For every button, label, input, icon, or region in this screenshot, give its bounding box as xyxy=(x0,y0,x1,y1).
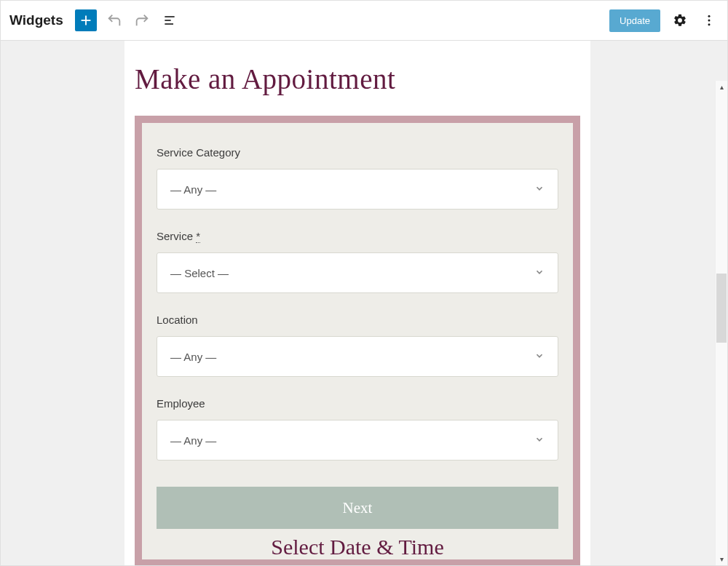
more-options-button[interactable] xyxy=(700,11,719,30)
employee-field: Employee — Any — xyxy=(157,397,558,461)
scroll-up-arrow[interactable]: ▴ xyxy=(716,81,727,93)
service-category-select[interactable]: — Any — xyxy=(157,169,558,210)
location-field: Location — Any — xyxy=(157,314,558,377)
redo-button[interactable] xyxy=(132,10,152,31)
service-category-label: Service Category xyxy=(157,146,558,159)
chevron-down-icon xyxy=(534,351,545,363)
undo-icon xyxy=(106,12,122,28)
service-field: Service * — Select — xyxy=(157,230,558,293)
svg-point-6 xyxy=(708,20,711,22)
location-value: — Any — xyxy=(170,351,216,363)
svg-point-7 xyxy=(708,23,711,25)
employee-value: — Any — xyxy=(170,434,216,447)
required-mark: * xyxy=(196,230,200,243)
chevron-down-icon xyxy=(534,183,545,196)
location-select[interactable]: — Any — xyxy=(157,336,558,377)
appointment-heading: Make an Appointment xyxy=(135,63,590,95)
page-title: Widgets xyxy=(9,12,63,28)
list-view-icon xyxy=(162,13,177,28)
chevron-down-icon xyxy=(534,267,545,279)
service-value: — Select — xyxy=(170,267,229,279)
toolbar-right: Update xyxy=(609,9,719,32)
list-view-button[interactable] xyxy=(159,10,180,31)
chevron-down-icon xyxy=(534,434,545,447)
service-select[interactable]: — Select — xyxy=(157,252,558,293)
location-label: Location xyxy=(157,314,558,326)
toolbar-left: Widgets xyxy=(9,9,180,31)
update-button[interactable]: Update xyxy=(609,9,660,32)
employee-select[interactable]: — Any — xyxy=(157,420,558,461)
editor-toolbar: Widgets Update xyxy=(1,1,727,41)
svg-point-5 xyxy=(708,15,711,17)
add-block-button[interactable] xyxy=(75,9,97,31)
undo-button[interactable] xyxy=(104,10,124,31)
more-vertical-icon xyxy=(702,13,716,28)
widget-block: Make an Appointment Service Category — A… xyxy=(124,41,590,565)
settings-button[interactable] xyxy=(670,11,689,30)
redo-icon xyxy=(134,12,150,28)
editor-canvas: Make an Appointment Service Category — A… xyxy=(1,41,727,565)
step2-heading: Select Date & Time xyxy=(157,529,558,559)
service-category-field: Service Category — Any — xyxy=(157,146,558,210)
plus-icon xyxy=(78,12,94,28)
scroll-thumb[interactable] xyxy=(716,274,727,343)
gear-icon xyxy=(673,13,687,28)
scroll-down-arrow[interactable]: ▾ xyxy=(716,553,727,565)
employee-label: Employee xyxy=(157,397,558,410)
service-category-value: — Any — xyxy=(170,183,216,196)
form-frame: Service Category — Any — Service * — Sel… xyxy=(135,116,580,565)
form-body: Service Category — Any — Service * — Sel… xyxy=(142,123,573,559)
service-label: Service * xyxy=(157,230,558,242)
vertical-scrollbar[interactable]: ▴ ▾ xyxy=(715,81,727,565)
next-button[interactable]: Next xyxy=(157,487,558,529)
